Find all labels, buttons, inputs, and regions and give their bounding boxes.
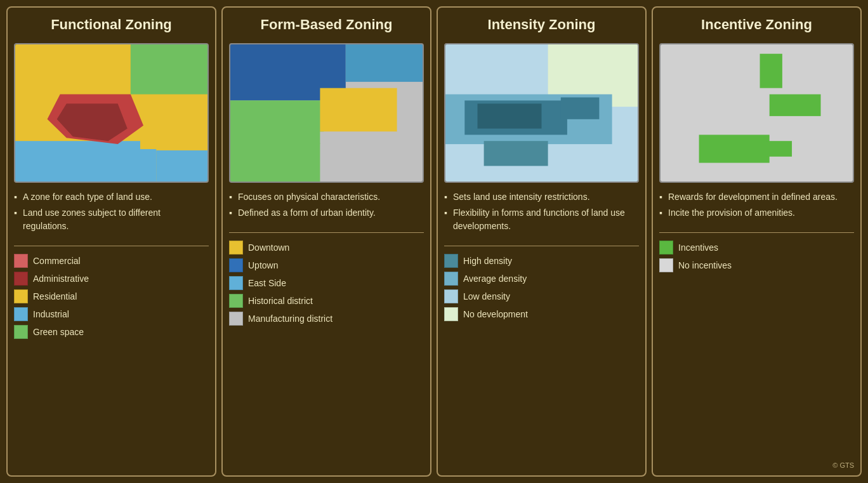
functional-zoning-divider (14, 246, 209, 246)
formbased-zoning-card: Form-Based Zoning Focuses on physical ch… (221, 6, 431, 477)
intensity-zoning-divider (444, 246, 639, 246)
average-density-swatch (444, 272, 458, 286)
legend-item-downtown: Downtown (229, 241, 424, 255)
functional-zoning-bullets: A zone for each type of land use. Land u… (14, 188, 209, 238)
low-density-swatch (444, 289, 458, 303)
administrative-swatch (14, 272, 28, 286)
legend-item-high-density: High density (444, 254, 639, 268)
svg-rect-22 (760, 54, 782, 88)
formbased-zoning-divider (229, 232, 424, 233)
formbased-zoning-legend: Downtown Uptown East Side Historical dis… (229, 241, 424, 469)
incentive-zoning-divider (659, 232, 854, 233)
legend-item-commercial: Commercial (14, 254, 209, 268)
svg-rect-25 (766, 141, 792, 157)
svg-rect-13 (230, 143, 320, 182)
functional-zoning-legend: Commercial Administrative Residential In… (14, 254, 209, 469)
svg-rect-6 (140, 136, 159, 149)
functional-zoning-card: Functional Zoning A zone for each type o… (6, 6, 216, 477)
svg-marker-10 (230, 100, 333, 144)
svg-rect-12 (320, 131, 397, 182)
copyright-text: © GTS (659, 461, 854, 469)
svg-rect-2 (15, 141, 156, 182)
legend-item-eastside: East Side (229, 276, 424, 290)
legend-item-historical: Historical district (229, 294, 424, 308)
intensity-zoning-card: Intensity Zoning Sets land use intensity… (437, 6, 647, 477)
no-incentives-swatch (659, 258, 673, 272)
legend-item-residential: Residential (14, 289, 209, 303)
svg-rect-11 (320, 88, 397, 132)
legend-item-incentives: Incentives (659, 241, 854, 255)
functional-zoning-map (14, 43, 209, 183)
commercial-swatch (14, 254, 28, 268)
intensity-zoning-legend: High density Average density Low density… (444, 254, 639, 469)
legend-item-uptown: Uptown (229, 258, 424, 272)
svg-rect-24 (699, 135, 770, 162)
svg-rect-3 (156, 150, 207, 182)
intensity-zoning-title: Intensity Zoning (444, 14, 639, 38)
functional-zoning-title: Functional Zoning (14, 14, 209, 38)
eastside-swatch (229, 276, 243, 290)
legend-item-no-incentives: No incentives (659, 258, 854, 272)
no-development-swatch (444, 307, 458, 321)
industrial-swatch (14, 307, 28, 321)
greenspace-swatch (14, 325, 28, 339)
incentive-zoning-map (659, 43, 854, 183)
incentive-zoning-card: Incentive Zoning Rewards for development… (652, 6, 862, 477)
svg-rect-19 (561, 97, 600, 119)
manufacturing-swatch (229, 312, 243, 326)
legend-item-manufacturing: Manufacturing district (229, 312, 424, 326)
svg-rect-18 (478, 103, 542, 128)
svg-rect-1 (131, 44, 207, 95)
svg-rect-20 (484, 141, 548, 166)
incentive-zoning-title: Incentive Zoning (659, 14, 854, 38)
uptown-swatch (229, 258, 243, 272)
incentive-zoning-legend: Incentives No incentives (659, 241, 854, 456)
legend-item-average-density: Average density (444, 272, 639, 286)
incentive-zoning-bullets: Rewards for development in defined areas… (659, 188, 854, 225)
historical-swatch (229, 294, 243, 308)
intensity-zoning-bullets: Sets land use intensity restrictions. Fl… (444, 188, 639, 238)
legend-item-greenspace: Green space (14, 325, 209, 339)
legend-item-administrative: Administrative (14, 272, 209, 286)
downtown-swatch (229, 241, 243, 255)
svg-rect-9 (346, 44, 423, 82)
formbased-zoning-map (229, 43, 424, 183)
formbased-zoning-title: Form-Based Zoning (229, 14, 424, 38)
formbased-zoning-bullets: Focuses on physical characteristics. Def… (229, 188, 424, 225)
svg-rect-23 (770, 95, 821, 116)
incentives-swatch (659, 241, 673, 255)
residential-swatch (14, 289, 28, 303)
legend-item-low-density: Low density (444, 289, 639, 303)
intensity-zoning-map (444, 43, 639, 183)
legend-item-industrial: Industrial (14, 307, 209, 321)
high-density-swatch (444, 254, 458, 268)
legend-item-no-development: No development (444, 307, 639, 321)
